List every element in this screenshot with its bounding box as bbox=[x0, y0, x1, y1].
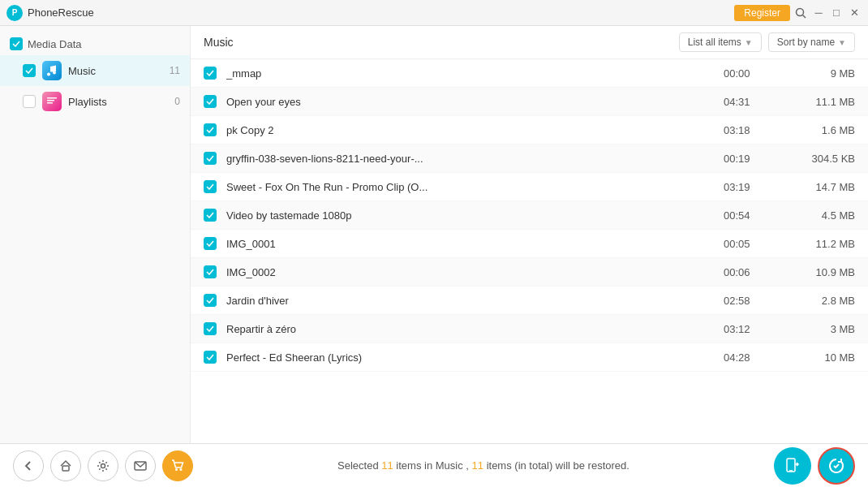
settings-icon bbox=[97, 459, 110, 472]
minimize-button[interactable]: ─ bbox=[811, 6, 826, 20]
restore-icon bbox=[827, 456, 846, 476]
row-size: 1.6 MB bbox=[782, 124, 855, 136]
message-icon bbox=[134, 459, 147, 472]
register-button[interactable]: Register bbox=[734, 5, 790, 21]
svg-line-1 bbox=[803, 15, 806, 18]
playlist-icon bbox=[42, 92, 62, 111]
table-row[interactable]: gryffin-038-seven-lions-8211-need-your-.… bbox=[191, 144, 868, 173]
row-duration: 03:18 bbox=[724, 124, 772, 136]
main-layout: Media Data Music 11 Playlists 0 Music bbox=[0, 26, 868, 443]
title-bar: P PhoneRescue Register ─ □ ✕ bbox=[0, 0, 868, 26]
row-duration: 00:19 bbox=[724, 153, 772, 165]
media-data-check bbox=[10, 37, 23, 50]
row-name: Sweet - Fox On The Run - Promo Clip (O..… bbox=[226, 181, 714, 193]
svg-rect-2 bbox=[47, 97, 57, 99]
maximize-button[interactable]: □ bbox=[829, 6, 844, 20]
row-name: pk Copy 2 bbox=[226, 124, 714, 136]
table-row[interactable]: IMG_0002 00:06 10.9 MB bbox=[191, 258, 868, 287]
row-size: 9 MB bbox=[782, 67, 855, 80]
row-size: 4.5 MB bbox=[782, 209, 855, 222]
table-row[interactable]: pk Copy 2 03:18 1.6 MB bbox=[191, 116, 868, 144]
table-row[interactable]: IMG_0001 00:05 11.2 MB bbox=[191, 230, 868, 258]
content-title: Music bbox=[204, 36, 234, 49]
row-duration: 04:28 bbox=[724, 351, 772, 364]
music-table: _mmap 00:00 9 MB Open your eyes 04:31 11… bbox=[191, 59, 868, 443]
row-name: Repartir à zéro bbox=[226, 323, 714, 335]
table-row[interactable]: Perfect - Ed Sheeran (Lyrics) 04:28 10 M… bbox=[191, 343, 868, 372]
row-duration: 00:54 bbox=[724, 209, 772, 222]
settings-button[interactable] bbox=[88, 450, 118, 481]
home-icon bbox=[59, 459, 72, 472]
restore-to-icon bbox=[783, 456, 802, 476]
home-button[interactable] bbox=[50, 450, 81, 481]
svg-rect-4 bbox=[47, 102, 53, 104]
close-button[interactable]: ✕ bbox=[847, 6, 862, 20]
row-size: 10 MB bbox=[782, 351, 855, 364]
app-name: PhoneRescue bbox=[28, 6, 94, 19]
content-actions: List all items ▼ Sort by name ▼ bbox=[679, 32, 855, 52]
row-name: Jardin d'hiver bbox=[226, 295, 714, 307]
sidebar: Media Data Music 11 Playlists 0 bbox=[0, 26, 191, 443]
sort-chevron: ▼ bbox=[838, 38, 846, 47]
svg-point-6 bbox=[101, 463, 105, 468]
svg-rect-5 bbox=[62, 466, 69, 471]
row-check bbox=[204, 237, 217, 250]
search-icon bbox=[795, 7, 806, 19]
playlists-check bbox=[23, 95, 36, 108]
row-size: 10.9 MB bbox=[782, 266, 855, 278]
music-label: Music bbox=[68, 65, 163, 77]
svg-point-0 bbox=[797, 8, 804, 15]
table-row[interactable]: _mmap 00:00 9 MB bbox=[191, 59, 868, 88]
table-row[interactable]: Video by tastemade 1080p 00:54 4.5 MB bbox=[191, 201, 868, 230]
row-name: Perfect - Ed Sheeran (Lyrics) bbox=[226, 351, 714, 364]
title-bar-right: Register ─ □ ✕ bbox=[734, 5, 862, 21]
row-duration: 04:31 bbox=[724, 96, 772, 108]
table-row[interactable]: Jardin d'hiver 02:58 2.8 MB bbox=[191, 287, 868, 315]
row-check bbox=[204, 209, 217, 222]
message-button[interactable] bbox=[125, 450, 156, 481]
table-row[interactable]: Sweet - Fox On The Run - Promo Clip (O..… bbox=[191, 173, 868, 201]
sidebar-item-music[interactable]: Music 11 bbox=[0, 55, 190, 86]
row-check bbox=[204, 265, 217, 278]
bottom-nav bbox=[13, 450, 193, 481]
back-icon bbox=[22, 459, 35, 472]
row-check bbox=[204, 123, 217, 136]
music-icon bbox=[42, 61, 62, 80]
sort-by-button[interactable]: Sort by name ▼ bbox=[768, 32, 855, 52]
restore-to-device-button[interactable] bbox=[774, 447, 811, 485]
svg-point-8 bbox=[175, 468, 178, 471]
row-duration: 00:05 bbox=[724, 238, 772, 250]
bottom-bar: Selected 11 items in Music , 11 items (i… bbox=[0, 443, 868, 487]
app-logo: P bbox=[6, 5, 23, 21]
media-data-label: Media Data bbox=[28, 38, 81, 50]
row-check bbox=[204, 67, 217, 80]
table-row[interactable]: Open your eyes 04:31 11.1 MB bbox=[191, 88, 868, 116]
content-area: Music List all items ▼ Sort by name ▼ _m… bbox=[191, 26, 868, 443]
sidebar-item-playlists[interactable]: Playlists 0 bbox=[0, 86, 190, 117]
restore-button[interactable] bbox=[818, 447, 855, 485]
row-duration: 00:06 bbox=[724, 266, 772, 278]
row-check bbox=[204, 322, 217, 335]
row-duration: 03:19 bbox=[724, 181, 772, 193]
row-name: IMG_0001 bbox=[226, 238, 714, 250]
row-size: 304.5 KB bbox=[782, 153, 855, 165]
row-size: 14.7 MB bbox=[782, 181, 855, 193]
music-count: 11 bbox=[170, 65, 180, 76]
title-bar-left: P PhoneRescue bbox=[6, 5, 94, 21]
row-duration: 03:12 bbox=[724, 323, 772, 335]
svg-rect-3 bbox=[47, 100, 54, 101]
row-name: Video by tastemade 1080p bbox=[226, 209, 714, 222]
row-name: _mmap bbox=[226, 67, 714, 80]
status-text: Selected 11 items in Music , 11 items (i… bbox=[337, 459, 630, 472]
list-all-button[interactable]: List all items ▼ bbox=[679, 32, 762, 52]
action-buttons bbox=[774, 447, 855, 485]
table-row[interactable]: Repartir à zéro 03:12 3 MB bbox=[191, 315, 868, 343]
playlists-label: Playlists bbox=[68, 96, 168, 108]
media-data-section[interactable]: Media Data bbox=[0, 32, 190, 55]
back-button[interactable] bbox=[13, 450, 44, 481]
music-check bbox=[23, 64, 36, 77]
search-button[interactable] bbox=[793, 6, 808, 20]
cart-button[interactable] bbox=[162, 450, 193, 481]
row-check bbox=[204, 294, 217, 307]
row-check bbox=[204, 95, 217, 108]
